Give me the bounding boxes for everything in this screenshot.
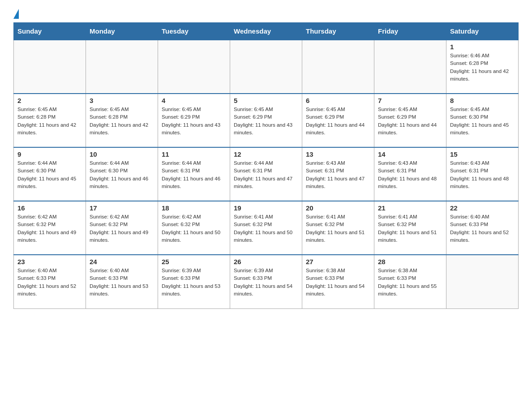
calendar-cell: 10Sunrise: 6:44 AM Sunset: 6:30 PM Dayli… [86,147,158,201]
logo-triangle-icon [13,9,19,19]
calendar-cell: 7Sunrise: 6:45 AM Sunset: 6:29 PM Daylig… [374,94,446,147]
day-info: Sunrise: 6:44 AM Sunset: 6:30 PM Dayligh… [90,159,154,190]
calendar-cell: 5Sunrise: 6:45 AM Sunset: 6:29 PM Daylig… [230,94,302,147]
week-row-1: 1Sunrise: 6:46 AM Sunset: 6:28 PM Daylig… [14,40,519,94]
day-number: 5 [234,97,298,104]
calendar-cell: 1Sunrise: 6:46 AM Sunset: 6:28 PM Daylig… [446,40,519,94]
day-info: Sunrise: 6:40 AM Sunset: 6:33 PM Dayligh… [17,267,82,298]
calendar-cell [158,40,230,94]
calendar-cell: 8Sunrise: 6:45 AM Sunset: 6:30 PM Daylig… [446,94,519,147]
calendar-cell: 4Sunrise: 6:45 AM Sunset: 6:29 PM Daylig… [158,94,230,147]
day-number: 8 [450,97,515,104]
calendar-cell: 2Sunrise: 6:45 AM Sunset: 6:28 PM Daylig… [14,94,86,147]
weekday-header-friday: Friday [374,23,446,40]
calendar-cell: 3Sunrise: 6:45 AM Sunset: 6:28 PM Daylig… [86,94,158,147]
calendar-cell: 9Sunrise: 6:44 AM Sunset: 6:30 PM Daylig… [14,147,86,201]
day-info: Sunrise: 6:38 AM Sunset: 6:33 PM Dayligh… [378,267,442,298]
calendar-cell: 19Sunrise: 6:41 AM Sunset: 6:32 PM Dayli… [230,201,302,255]
day-number: 13 [306,150,370,158]
day-info: Sunrise: 6:45 AM Sunset: 6:28 PM Dayligh… [17,106,82,137]
day-info: Sunrise: 6:43 AM Sunset: 6:31 PM Dayligh… [306,159,370,190]
day-number: 28 [378,258,442,265]
day-number: 27 [306,258,370,265]
day-number: 14 [378,150,442,158]
calendar-cell [302,40,374,94]
weekday-header-wednesday: Wednesday [230,23,302,40]
calendar-cell: 27Sunrise: 6:38 AM Sunset: 6:33 PM Dayli… [302,255,374,308]
day-info: Sunrise: 6:41 AM Sunset: 6:32 PM Dayligh… [306,213,370,244]
calendar-cell: 25Sunrise: 6:39 AM Sunset: 6:33 PM Dayli… [158,255,230,308]
weekday-header-tuesday: Tuesday [158,23,230,40]
week-row-4: 16Sunrise: 6:42 AM Sunset: 6:32 PM Dayli… [14,201,519,255]
day-info: Sunrise: 6:41 AM Sunset: 6:32 PM Dayligh… [378,213,442,244]
week-row-5: 23Sunrise: 6:40 AM Sunset: 6:33 PM Dayli… [14,255,519,308]
calendar-cell: 22Sunrise: 6:40 AM Sunset: 6:33 PM Dayli… [446,201,519,255]
calendar-cell [230,40,302,94]
day-info: Sunrise: 6:44 AM Sunset: 6:30 PM Dayligh… [17,159,82,190]
day-number: 4 [162,97,226,104]
day-number: 12 [234,150,298,158]
calendar-cell: 13Sunrise: 6:43 AM Sunset: 6:31 PM Dayli… [302,147,374,201]
day-info: Sunrise: 6:39 AM Sunset: 6:33 PM Dayligh… [162,267,226,298]
day-info: Sunrise: 6:40 AM Sunset: 6:33 PM Dayligh… [450,213,515,244]
weekday-header-thursday: Thursday [302,23,374,40]
day-info: Sunrise: 6:45 AM Sunset: 6:30 PM Dayligh… [450,106,515,137]
day-number: 15 [450,150,515,158]
calendar-cell: 21Sunrise: 6:41 AM Sunset: 6:32 PM Dayli… [374,201,446,255]
day-number: 9 [17,150,82,158]
day-number: 16 [17,204,82,212]
day-info: Sunrise: 6:41 AM Sunset: 6:32 PM Dayligh… [234,213,298,244]
calendar-cell: 15Sunrise: 6:43 AM Sunset: 6:31 PM Dayli… [446,147,519,201]
day-number: 2 [17,97,82,104]
day-info: Sunrise: 6:44 AM Sunset: 6:31 PM Dayligh… [234,159,298,190]
day-number: 25 [162,258,226,265]
day-info: Sunrise: 6:45 AM Sunset: 6:29 PM Dayligh… [378,106,442,137]
day-info: Sunrise: 6:45 AM Sunset: 6:29 PM Dayligh… [306,106,370,137]
calendar-cell: 26Sunrise: 6:39 AM Sunset: 6:33 PM Dayli… [230,255,302,308]
day-number: 23 [17,258,82,265]
page-header [13,9,519,18]
day-number: 6 [306,97,370,104]
calendar-cell [86,40,158,94]
day-number: 17 [90,204,154,212]
calendar-cell: 11Sunrise: 6:44 AM Sunset: 6:31 PM Dayli… [158,147,230,201]
day-info: Sunrise: 6:42 AM Sunset: 6:32 PM Dayligh… [162,213,226,244]
day-info: Sunrise: 6:45 AM Sunset: 6:29 PM Dayligh… [234,106,298,137]
day-info: Sunrise: 6:42 AM Sunset: 6:32 PM Dayligh… [90,213,154,244]
day-info: Sunrise: 6:40 AM Sunset: 6:33 PM Dayligh… [90,267,154,298]
day-number: 18 [162,204,226,212]
day-number: 22 [450,204,515,212]
week-row-3: 9Sunrise: 6:44 AM Sunset: 6:30 PM Daylig… [14,147,519,201]
day-number: 19 [234,204,298,212]
day-number: 10 [90,150,154,158]
day-number: 24 [90,258,154,265]
day-info: Sunrise: 6:42 AM Sunset: 6:32 PM Dayligh… [17,213,82,244]
day-number: 1 [450,43,515,51]
day-number: 7 [378,97,442,104]
day-info: Sunrise: 6:44 AM Sunset: 6:31 PM Dayligh… [162,159,226,190]
calendar-table: SundayMondayTuesdayWednesdayThursdayFrid… [13,22,519,309]
calendar-header-row: SundayMondayTuesdayWednesdayThursdayFrid… [14,23,519,40]
day-info: Sunrise: 6:45 AM Sunset: 6:28 PM Dayligh… [90,106,154,137]
day-info: Sunrise: 6:39 AM Sunset: 6:33 PM Dayligh… [234,267,298,298]
weekday-header-sunday: Sunday [14,23,86,40]
calendar-cell: 24Sunrise: 6:40 AM Sunset: 6:33 PM Dayli… [86,255,158,308]
day-info: Sunrise: 6:43 AM Sunset: 6:31 PM Dayligh… [450,159,515,190]
day-number: 3 [90,97,154,104]
day-number: 11 [162,150,226,158]
calendar-cell: 12Sunrise: 6:44 AM Sunset: 6:31 PM Dayli… [230,147,302,201]
calendar-cell [14,40,86,94]
day-number: 20 [306,204,370,212]
weekday-header-saturday: Saturday [446,23,519,40]
calendar-cell: 28Sunrise: 6:38 AM Sunset: 6:33 PM Dayli… [374,255,446,308]
calendar-cell: 23Sunrise: 6:40 AM Sunset: 6:33 PM Dayli… [14,255,86,308]
calendar-cell: 16Sunrise: 6:42 AM Sunset: 6:32 PM Dayli… [14,201,86,255]
calendar-cell: 17Sunrise: 6:42 AM Sunset: 6:32 PM Dayli… [86,201,158,255]
logo [13,9,19,18]
day-info: Sunrise: 6:43 AM Sunset: 6:31 PM Dayligh… [378,159,442,190]
day-info: Sunrise: 6:46 AM Sunset: 6:28 PM Dayligh… [450,52,515,83]
calendar-cell: 6Sunrise: 6:45 AM Sunset: 6:29 PM Daylig… [302,94,374,147]
calendar-cell: 20Sunrise: 6:41 AM Sunset: 6:32 PM Dayli… [302,201,374,255]
weekday-header-monday: Monday [86,23,158,40]
calendar-cell: 18Sunrise: 6:42 AM Sunset: 6:32 PM Dayli… [158,201,230,255]
